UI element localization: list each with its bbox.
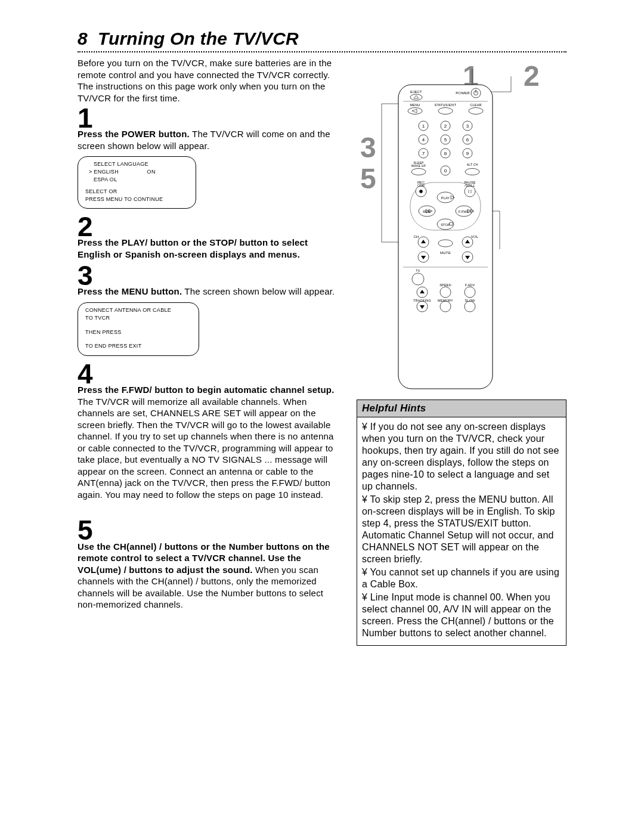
num-6: 6 [466,137,469,143]
step-2-text: Press the PLAY/ button or the STOP/ butt… [78,237,340,260]
step-number-2: 2 [78,215,340,239]
svg-point-59 [412,273,424,285]
helpful-hints-box: Helpful Hints ¥ If you do not see any on… [357,400,566,646]
svg-point-15 [408,108,422,114]
svg-point-33 [465,186,475,197]
remote-diagram: EJECT POWER MENU STATUS/EXIT CLEAR [374,57,518,394]
svg-point-53 [438,240,453,247]
num-4: 4 [422,137,425,143]
num-2: 2 [444,123,447,129]
label-mute: MUTE [440,251,451,255]
label-eject: EJECT [410,90,422,94]
step-1-bold: Press the POWER button. [78,129,190,139]
label-slow: SLOW [465,299,476,302]
num-1: 1 [422,123,425,129]
intro-text: Before you turn on the TV/VCR, make sure… [78,57,340,104]
svg-point-46 [420,190,423,193]
title-text: Turning On the TV/VCR [98,29,299,48]
num-0: 0 [444,168,447,174]
step-2-bold: Press the PLAY/ button or the STOP/ butt… [78,237,308,259]
label-status: STATUS/EXIT [435,103,457,107]
step-3-bold: Press the MENU button. [78,286,182,296]
label-ch: CH [413,235,419,239]
screen1-l3: ESPA OL [85,176,190,184]
svg-point-30 [465,169,479,175]
step-4-text: Press the F.FWD/ button to begin automat… [78,384,340,500]
svg-point-65 [465,301,475,312]
label-tv: TV [416,269,420,272]
helpful-hints-body: ¥ If you do not see any on-screen displa… [357,417,566,645]
hint-1: ¥ If you do not see any on-screen displa… [362,421,561,493]
num-8: 8 [444,151,447,156]
label-play: PLAY [441,196,450,200]
label-tracking: TRACKING [413,299,431,302]
screen1-l2-row: > ENGLISH ON [85,168,190,176]
step-number-3: 3 [78,264,340,288]
step-5-text: Use the CH(annel) / buttons or the Numbe… [78,541,340,611]
svg-point-60 [440,287,451,298]
svg-text:OTR: OTR [417,184,425,187]
label-fadv: F.ADV [465,283,475,287]
hint-4: ¥ Line Input mode is channel 00. When yo… [362,592,561,639]
label-vol: VOL [471,235,479,239]
svg-point-16 [438,108,453,114]
left-column: Before you turn on the TV/VCR, make sure… [78,57,340,646]
label-menu: MENU [410,103,420,107]
label-wakeup: WAKE UP [411,164,426,168]
label-power: POWER [456,91,470,95]
hint-3: ¥ You cannot set up channels if you are … [362,566,561,590]
step-number-1: 1 [78,106,340,131]
svg-point-64 [440,301,451,312]
right-column: 1 2 3 5 4 EJECT [357,57,566,646]
screen-language: SELECT LANGUAGE > ENGLISH ON ESPA OL SEL… [78,156,196,208]
screen2-l1: CONNECT ANTENNA OR CABLE [85,306,193,315]
screen1-l4: SELECT OR [85,188,190,196]
section-number: 8 [78,29,88,48]
screen2-l3: THEN PRESS [85,329,193,337]
label-speed: SPEED [439,283,451,287]
num-7: 7 [422,151,425,156]
step-number-5: 5 [78,518,340,543]
hint-2: ¥ To skip step 2, press the MENU button.… [362,494,561,565]
screen1-l2b: ON [147,169,156,175]
callout-2: 2 [524,62,540,91]
screen1-l1: SELECT LANGUAGE [85,160,190,168]
screen1-l5: PRESS MENU TO CONTINUE [85,196,190,203]
svg-point-10 [410,94,422,100]
step-4-bold: Press the F.FWD/ button to begin automat… [78,385,335,395]
step-3-text: Press the MENU button. The screen shown … [78,286,340,298]
svg-text:/STILL: /STILL [465,184,475,187]
label-memory: MEMORY [438,299,453,302]
callout-3: 3 [360,134,376,162]
screen1-l2: > ENGLISH [89,169,119,175]
svg-point-61 [465,287,475,298]
step-1-text: Press the POWER button. The TV/VCR will … [78,128,340,151]
divider [78,51,566,52]
label-rew: REW [423,210,431,213]
label-stop: STOP [441,223,450,227]
num-5: 5 [444,137,447,143]
num-3: 3 [466,123,469,129]
page-title: 8 Turning On the TV/VCR [78,27,566,50]
num-9: 9 [466,151,469,156]
helpful-hints-header: Helpful Hints [357,400,566,417]
svg-point-17 [469,108,483,114]
step-number-4: 4 [78,362,340,386]
callout-5: 5 [360,165,376,193]
screen-antenna: CONNECT ANTENNA OR CABLE TO TVCR THEN PR… [78,302,199,356]
screen2-l4: TO END PRESS EXIT [85,342,193,351]
step-4-rest: The TV/VCR will memorize all available c… [78,397,334,500]
step-3-rest: The screen shown below will appear. [182,286,335,296]
label-clear: CLEAR [470,103,481,107]
label-altch: ALT CH [467,163,478,166]
svg-point-29 [411,169,426,175]
screen2-l2: TO TVCR [85,314,193,323]
